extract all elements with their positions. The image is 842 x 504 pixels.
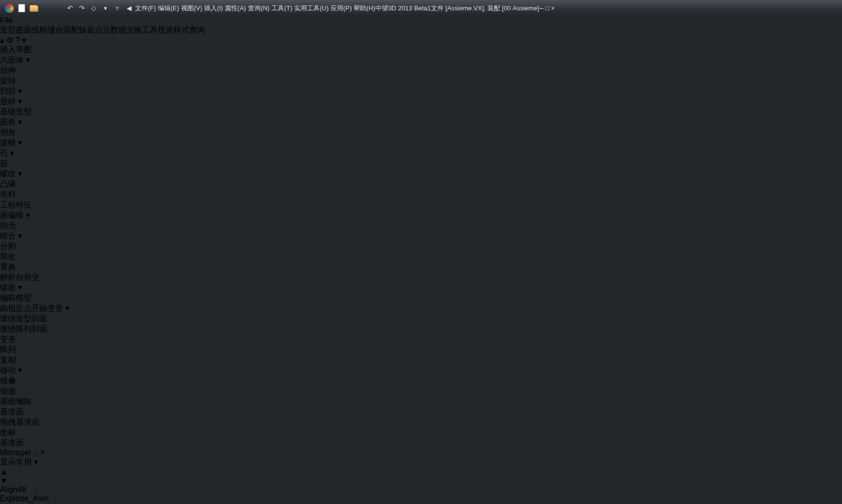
tree-item[interactable]: Align46 [0, 485, 842, 494]
hole-button[interactable]: 孔 ▾ [0, 148, 842, 159]
draft-button[interactable]: 拔模 ▾ [0, 138, 842, 148]
drag-datum-button[interactable]: 拖拽基准面 [0, 417, 842, 428]
menu-item[interactable]: 视图(V) [181, 4, 202, 12]
chamfer-button[interactable]: 倒角 [0, 128, 842, 138]
extrude-button[interactable]: 拉伸 [0, 66, 842, 76]
display-filter-select[interactable]: 显示常用 ▾ [0, 457, 842, 468]
close-panel-icon[interactable]: × [40, 448, 45, 457]
ribbon-tab[interactable]: 装配 [63, 25, 79, 35]
face-offset-button[interactable]: 面偏移 ▾ [0, 210, 842, 221]
float-panel-icon[interactable]: □ [34, 448, 38, 457]
sweep-button[interactable]: 扫掠 ▾ [0, 86, 842, 97]
ribbon-button-label: 由指定点开始变形 [0, 304, 63, 312]
dropdown-arrow-icon[interactable]: ▾ [10, 149, 14, 157]
pattern-button[interactable]: 阵列 [0, 345, 842, 355]
ribbon-button-label: 简化 [0, 252, 16, 261]
ribbon-tab[interactable]: 数据交换 [110, 25, 142, 35]
tree-item[interactable]: Explode_Asm [0, 494, 842, 503]
scroll-up-icon[interactable]: ▲ [0, 468, 842, 476]
datum-plane-button[interactable]: 基准面 [0, 407, 842, 417]
block-button[interactable]: 六面体 ▾ [0, 55, 842, 66]
copy-button[interactable]: 复制 [0, 355, 842, 366]
resolve-self-intersection-button[interactable]: 解析自相交 [0, 272, 842, 283]
dropdown-arrow-icon[interactable]: ▾ [18, 138, 22, 147]
thread-button[interactable]: 螺纹 ▾ [0, 169, 842, 179]
undo-icon[interactable]: ↶ [66, 3, 74, 13]
dropdown-arrow-icon[interactable]: ▾ [18, 283, 22, 292]
tree-item-label: Explode_Asm [0, 494, 49, 503]
ribbon-tab[interactable]: 线框 [32, 25, 47, 35]
app-logo-icon[interactable] [5, 3, 14, 13]
simplify-button[interactable]: 简化 [0, 252, 842, 262]
menu-item[interactable]: 编辑(E) [158, 4, 179, 12]
dropdown-arrow-icon[interactable]: ▾ [18, 232, 22, 240]
redo-icon[interactable]: ↷ [78, 3, 86, 13]
open-folder-icon[interactable] [30, 3, 38, 13]
menu-item[interactable]: 实用工具(U) [294, 4, 329, 12]
scale-button[interactable]: 缩放 [0, 386, 842, 397]
move-button[interactable]: 移动 ▾ [0, 366, 842, 376]
menu-item[interactable]: 应用(P) [331, 4, 352, 12]
tree-scrollbar[interactable]: ▲ ▼ [0, 468, 842, 485]
csys-button[interactable]: 坐标 [0, 428, 842, 438]
wrap-to-face-button[interactable]: 缠绕造型到面 [0, 314, 842, 324]
dropdown-arrow-icon[interactable]: ▾ [18, 366, 22, 374]
dropdown-arrow-icon[interactable]: ▾ [18, 97, 22, 105]
ribbon-tab[interactable]: 视觉样式 [158, 25, 189, 35]
combine-button[interactable]: 组合 ▾ [0, 231, 842, 241]
mirror-button[interactable]: 镜像 [0, 376, 842, 386]
revolve-button[interactable]: 旋转 [0, 76, 842, 86]
dropdown-arrow-icon[interactable]: ▾ [18, 118, 22, 126]
inlay-button[interactable]: 镶嵌 ▾ [0, 283, 842, 293]
collapse-ribbon-icon[interactable]: ▴ [0, 36, 4, 44]
stock-button[interactable]: 坯料 [0, 190, 842, 200]
menu-item[interactable]: 工具(T) [271, 4, 293, 12]
settings-gear-icon[interactable]: ⚙ [6, 36, 13, 44]
save-icon[interactable] [42, 3, 50, 13]
menu-item[interactable]: 文件(F) [135, 4, 156, 12]
ribbon-tab[interactable]: 钣金 [79, 25, 95, 35]
fillet-button[interactable]: 圆角 ▾ [0, 117, 842, 128]
ribbon-tab[interactable]: 缝合 [47, 25, 63, 35]
rib-button[interactable]: 筋 [0, 159, 842, 169]
dropdown-arrow-icon[interactable]: ▾ [65, 304, 69, 312]
menu-item[interactable]: 帮助(H) [354, 4, 375, 12]
ribbon-tab[interactable]: 曲面 [16, 25, 32, 35]
file-menu-button[interactable]: File [0, 16, 842, 25]
loft-button[interactable]: 放样 ▾ [0, 97, 842, 107]
ribbon-tab[interactable]: 点云 [95, 25, 110, 35]
ribbon-tab[interactable]: 查询 [189, 25, 205, 35]
replace-button[interactable]: 置换 [0, 262, 842, 272]
minimize-button[interactable]: ─ [539, 4, 543, 12]
ribbon-tab[interactable]: 造型 [0, 25, 16, 35]
help-dropdown-icon[interactable]: ▾ [22, 36, 26, 44]
print-icon[interactable] [54, 3, 62, 13]
menu-item[interactable]: 插入(I) [204, 4, 223, 12]
dropdown-arrow-icon[interactable]: ▾ [26, 211, 30, 219]
back-icon[interactable]: ◀ [125, 3, 133, 13]
close-button[interactable]: × [551, 4, 555, 12]
dropdown-arrow-icon[interactable]: ▾ [18, 169, 22, 178]
help-icon[interactable]: ? [15, 36, 20, 44]
dropdown-arrow-icon[interactable]: ▾ [26, 56, 30, 64]
scroll-down-icon[interactable]: ▼ [0, 476, 842, 485]
menu-item[interactable]: 查询(N) [248, 4, 269, 12]
ribbon-tab[interactable]: 工具 [142, 25, 158, 35]
menu-bar: 文件(F) 编辑(E) 视图(V) 插入(I) 属性(A) 查询(N) 工具(T… [135, 4, 375, 13]
menu-item[interactable]: 属性(A) [225, 4, 246, 12]
flange-button[interactable]: 凸缘 [0, 179, 842, 190]
dropdown-arrow-icon[interactable]: ▾ [18, 87, 22, 95]
ribbon-button-label: 圆角 [0, 118, 16, 126]
pick-filter-dropdown-icon[interactable]: ▾ [101, 3, 109, 13]
toolbar-options-icon[interactable]: ▿ [113, 3, 121, 13]
pick-filter-icon[interactable]: ◇ [90, 3, 98, 13]
wrap-pattern-to-face-button[interactable]: 缠绕阵列到面 [0, 324, 842, 335]
insert-sketch-button[interactable]: 插入草图 [0, 45, 842, 55]
deform-from-point-button[interactable]: 由指定点开始变形 ▾ [0, 303, 842, 314]
divide-button[interactable]: 分割 [0, 241, 842, 252]
ribbon-group: 面偏移 ▾ 抽壳 组合 ▾ [0, 210, 842, 303]
ribbon-button-label: 阵列 [0, 345, 16, 354]
shell-button[interactable]: 抽壳 [0, 221, 842, 231]
maximize-button[interactable]: □ [545, 4, 549, 12]
new-document-icon[interactable] [18, 3, 26, 13]
